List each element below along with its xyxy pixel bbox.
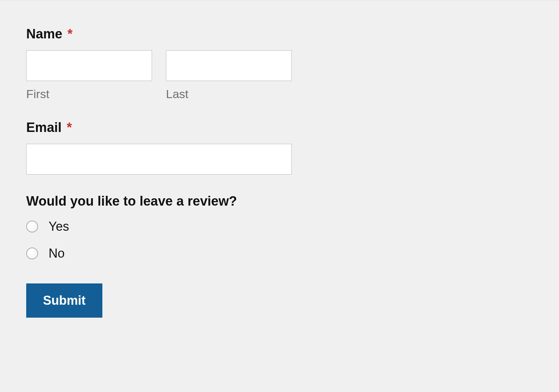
last-name-input[interactable] [166, 50, 292, 81]
email-label-text: Email [26, 120, 61, 135]
first-name-input[interactable] [26, 50, 152, 81]
radio-icon[interactable] [26, 221, 38, 232]
last-name-sublabel: Last [166, 87, 292, 101]
last-name-col: Last [166, 50, 292, 101]
email-label: Email * [26, 120, 533, 135]
email-field-group: Email * [26, 120, 533, 175]
email-input[interactable] [26, 144, 292, 175]
name-row: First Last [26, 50, 533, 101]
review-label: Would you like to leave a review? [26, 194, 533, 209]
submit-button[interactable]: Submit [26, 283, 102, 318]
required-star-icon: * [67, 27, 73, 41]
review-field-group: Would you like to leave a review? Yes No [26, 194, 533, 261]
required-star-icon: * [67, 120, 72, 135]
name-label-text: Name [26, 27, 63, 41]
first-name-sublabel: First [26, 87, 152, 101]
radio-icon[interactable] [26, 247, 38, 259]
name-field-group: Name * First Last [26, 27, 533, 101]
first-name-col: First [26, 50, 152, 101]
review-radio-group: Yes No [26, 219, 533, 261]
review-option-no[interactable]: No [26, 246, 533, 261]
review-option-yes-label: Yes [49, 219, 69, 234]
review-option-no-label: No [49, 246, 65, 261]
name-label: Name * [26, 27, 533, 42]
review-option-yes[interactable]: Yes [26, 219, 533, 234]
